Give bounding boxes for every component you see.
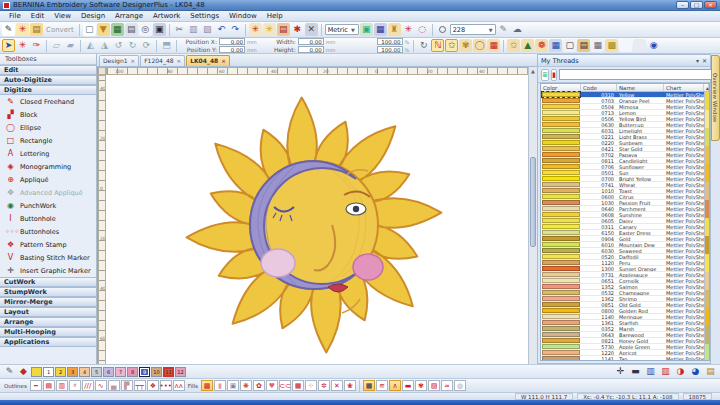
palette-chip-4[interactable]: 4 [79,367,90,377]
canvas-vertical-scrollbar[interactable]: ▲ ▼ [528,67,537,372]
thread-spool-icon[interactable]: ▮ [551,69,557,81]
scale-field0[interactable]: 100.00 [377,38,403,45]
section-digitize[interactable]: Digitize [0,85,96,95]
tool-insert-graphic-marker[interactable]: ✛Insert Graphic Marker [0,264,96,277]
section-cutwork[interactable]: CutWork [0,277,96,287]
ripple-fill-icon[interactable]: ✕ [331,380,343,391]
hoop-template-icon[interactable]: ▤ [577,39,590,52]
mirror-y-icon[interactable]: ◮ [98,39,111,52]
dot-run-icon[interactable]: ••• [160,380,172,391]
tab-lk04_48[interactable]: LK04_48× [186,55,230,66]
show-graphics-icon[interactable]: ▣ [360,23,373,36]
tab-close-icon[interactable]: × [131,56,136,66]
vine-run-icon[interactable]: ʌʌ [173,380,185,391]
tab-close-icon[interactable]: × [221,56,226,66]
menu-design[interactable]: Design [76,11,110,22]
close-button[interactable]: × [704,1,717,9]
design-options-icon[interactable]: ✱ [291,23,304,36]
redo-icon[interactable]: ↷ [229,23,242,36]
tool-rectangle[interactable]: □Rectangle [0,134,96,147]
tab-close-icon[interactable]: × [177,56,182,66]
reshape2-icon[interactable]: ▰ [64,39,77,52]
pattern-fill-icon[interactable]: ❋ [240,380,252,391]
fancy-fill-icon[interactable]: ▣ [227,380,239,391]
menu-arrange[interactable]: Arrange [110,11,148,22]
hoop-layout-icon[interactable]: ▢ [563,39,576,52]
scale-icon[interactable]: ⬒ [160,39,173,52]
palette-chip-3[interactable]: 3 [67,367,78,377]
sculptured-run-icon[interactable]: 〃 [69,380,81,391]
reshape-icon[interactable]: ▱ [50,39,63,52]
thread-search-input[interactable] [559,69,720,80]
palette-chip-1[interactable]: 1 [43,367,54,377]
panel-close-icon[interactable]: ✕ [702,57,707,64]
lattice-icon[interactable]: ▦ [549,39,562,52]
palette-chip-6[interactable]: 6 [103,367,114,377]
new-design-icon[interactable]: ▢ [83,23,96,36]
menu-artwork[interactable]: Artwork [148,11,185,22]
single-outline-icon[interactable]: ╍ [30,380,42,391]
sort-icon[interactable]: ▴ [704,84,709,91]
menu-help[interactable]: Help [262,11,288,22]
select-object-icon[interactable]: ➤ [2,39,15,52]
grid-show-icon[interactable]: ▦ [591,39,604,52]
thread-table-header[interactable]: Color Code Name Chart ▴ [541,84,709,92]
palette-chip-2[interactable]: 2 [55,367,66,377]
tool-closed-freehand[interactable]: ✎Closed Freehand [0,95,96,108]
section-stumpwork[interactable]: StumpWork [0,287,96,297]
tool-buttonhole[interactable]: IButtonhole [0,212,96,225]
satin-fill-icon[interactable]: ▮ [214,380,226,391]
embroidery-canvas-icon[interactable]: ✳ [16,23,29,36]
print-preview-icon[interactable]: ◎ [139,23,152,36]
units-select[interactable]: Metric▼ [325,24,359,35]
minimize-button[interactable]: – [676,1,689,9]
tool-ellipse[interactable]: ◯Ellipse [0,121,96,134]
blank2-icon[interactable] [633,39,646,52]
zoom-pencil-icon[interactable]: ✎ [497,23,510,36]
palette-chip-12[interactable]: 12 [175,367,186,377]
rotate-dial-icon[interactable]: ↻ [417,39,430,52]
color-wheel-icon[interactable]: ◕ [689,365,702,378]
palette-chip-7[interactable]: 7 [115,367,126,377]
menu-view[interactable]: View [49,11,76,22]
contour-fill-icon[interactable]: ⊂⊂ [279,380,291,391]
tool-buttonholes[interactable]: ◦◦◦Buttonholes [0,225,96,238]
palette-chip-8[interactable]: 8 [127,367,138,377]
candlewicking-run-icon[interactable]: ❖ [147,380,159,391]
positiony-field[interactable]: 0.00 [219,46,245,53]
morph-icon[interactable]: ✾ [415,380,427,391]
show-stitches-icon[interactable]: ✳ [402,23,415,36]
open-recent-icon[interactable]: ▤ [30,23,43,36]
blackwork-outline-icon[interactable]: ▛ [121,380,133,391]
positionx-field[interactable]: 0.00 [219,38,245,45]
tab-f1204_48[interactable]: F1204_48× [140,55,185,66]
thread-chart-list-icon[interactable]: ≣ [541,69,549,81]
hide-colors-icon[interactable]: ▬ [629,365,642,378]
menu-window[interactable]: Window [224,11,262,22]
panel-pin-icon[interactable]: ▾ [696,57,699,64]
tool-block[interactable]: ▞Block [0,108,96,121]
height-field[interactable]: 0.00 [298,46,324,53]
mirror-x-icon[interactable]: ◭ [84,39,97,52]
show-appliques-icon[interactable]: ▦ [374,23,387,36]
grid-fill-icon[interactable]: ▦ [487,39,500,52]
undo-icon[interactable]: ↶ [215,23,228,36]
section-mirror-merge[interactable]: Mirror-Merge [0,297,96,307]
tools-icon[interactable]: ✕ [305,23,318,36]
scroll-up-icon[interactable]: ▲ [531,68,535,74]
color-film2-icon[interactable]: ▤ [704,365,717,378]
design-canvas[interactable] [106,75,528,372]
scale-field1[interactable]: 100.00 [377,46,403,53]
paste-icon[interactable]: ▧ [201,23,214,36]
section-multi-hooping[interactable]: Multi-Hooping [0,327,96,337]
save-design-icon[interactable]: ▦ [111,23,124,36]
current-color-swatch[interactable] [31,367,42,377]
leaf-fill-icon[interactable]: ✾ [459,39,472,52]
thread-bars-icon[interactable]: ▥ [644,365,657,378]
globe-icon[interactable]: ◍ [454,380,466,391]
triple-outline-icon[interactable]: ▤ [43,380,55,391]
write-to-machine-icon[interactable]: ▣ [153,23,166,36]
insert-artwork-icon[interactable]: ✳ [263,23,276,36]
print-icon[interactable]: ▤ [125,23,138,36]
feather-icon[interactable]: ≈ [441,380,453,391]
